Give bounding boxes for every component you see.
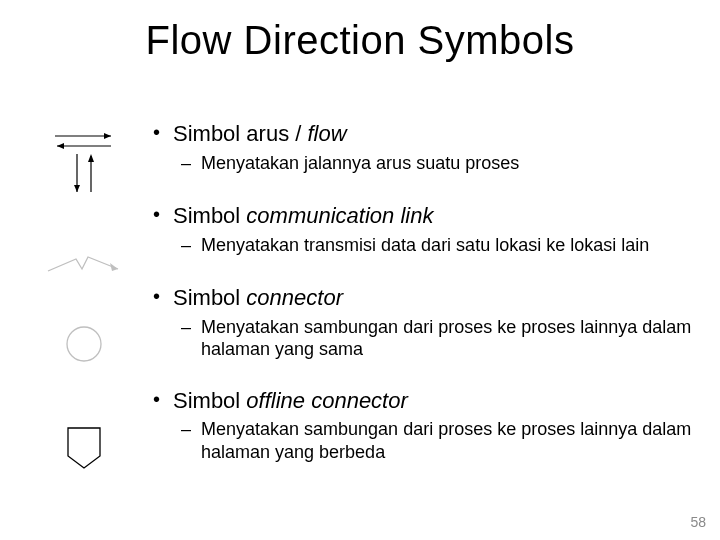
- list-item: Simbol connector Menyatakan sambungan da…: [145, 284, 700, 361]
- bullet-list: Simbol arus / flow Menyatakan jalannya a…: [145, 120, 700, 491]
- connector-circle-icon: [44, 322, 124, 366]
- svg-marker-7: [88, 154, 94, 162]
- list-item: Simbol offline connector Menyatakan samb…: [145, 387, 700, 464]
- slide-title: Flow Direction Symbols: [0, 18, 720, 63]
- item-heading: Simbol connector: [145, 284, 700, 312]
- svg-marker-8: [110, 263, 118, 271]
- heading-prefix: Simbol arus /: [173, 121, 308, 146]
- item-sub: Menyatakan jalannya arus suatu proses: [145, 152, 700, 175]
- item-heading: Simbol arus / flow: [145, 120, 700, 148]
- item-sub: Menyatakan sambungan dari proses ke pros…: [145, 418, 700, 463]
- list-item: Simbol communication link Menyatakan tra…: [145, 202, 700, 256]
- svg-marker-10: [68, 428, 100, 468]
- item-heading: Simbol offline connector: [145, 387, 700, 415]
- item-sub: Menyatakan transmisi data dari satu loka…: [145, 234, 700, 257]
- offline-connector-icon: [44, 426, 124, 470]
- item-heading: Simbol communication link: [145, 202, 700, 230]
- slide: Flow Direction Symbols: [0, 0, 720, 540]
- heading-italic: offline connector: [246, 388, 407, 413]
- svg-point-9: [67, 327, 101, 361]
- heading-prefix: Simbol: [173, 203, 246, 228]
- heading-prefix: Simbol: [173, 285, 246, 310]
- svg-marker-3: [57, 143, 64, 149]
- heading-italic: flow: [308, 121, 347, 146]
- item-sub: Menyatakan sambungan dari proses ke pros…: [145, 316, 700, 361]
- heading-prefix: Simbol: [173, 388, 246, 413]
- list-item: Simbol arus / flow Menyatakan jalannya a…: [145, 120, 700, 174]
- communication-link-icon: [44, 244, 124, 284]
- heading-italic: communication link: [246, 203, 433, 228]
- svg-marker-5: [74, 185, 80, 192]
- flow-arrows-icon: [44, 130, 124, 200]
- page-number: 58: [690, 514, 706, 530]
- heading-italic: connector: [246, 285, 343, 310]
- svg-marker-1: [104, 133, 111, 139]
